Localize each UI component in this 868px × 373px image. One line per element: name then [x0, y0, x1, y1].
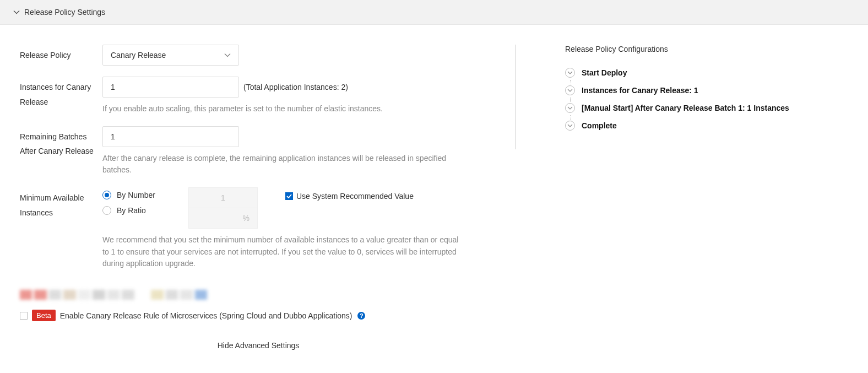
remaining-batches-label: Remaining Batches After Canary Release — [20, 126, 102, 159]
config-panel-title: Release Policy Configurations — [565, 45, 848, 53]
step-icon — [565, 103, 575, 113]
remaining-batches-help: After the canary release is complete, th… — [102, 153, 466, 176]
config-step: Start Deploy — [565, 68, 848, 85]
chevron-down-icon — [224, 52, 231, 58]
hide-advanced-label: Hide Advanced Settings — [218, 341, 300, 350]
step-icon — [565, 85, 575, 95]
config-step: Complete — [565, 121, 848, 131]
use-recommended-checkbox[interactable] — [285, 192, 293, 200]
min-available-label: Minimum Available Instances — [20, 187, 102, 220]
vertical-divider — [516, 45, 516, 149]
step-label: [Manual Start] After Canary Release Batc… — [582, 104, 789, 112]
step-label: Start Deploy — [582, 68, 627, 77]
by-ratio-label: By Ratio — [117, 206, 146, 215]
instances-canary-help: If you enable auto scaling, this paramet… — [102, 103, 466, 115]
enable-canary-rule-label: Enable Canary Release Rule of Microservi… — [60, 311, 352, 320]
help-icon[interactable]: ? — [357, 312, 365, 320]
use-recommended-label: Use System Recommended Value — [296, 192, 414, 201]
release-policy-value: Canary Release — [111, 51, 166, 60]
redacted-row — [20, 290, 207, 300]
instances-canary-label: Instances for Canary Release — [20, 77, 102, 109]
hide-advanced-toggle[interactable]: Hide Advanced Settings — [20, 341, 493, 350]
by-number-label: By Number — [117, 191, 155, 199]
by-number-radio[interactable] — [102, 191, 111, 199]
remaining-batches-input[interactable] — [102, 126, 239, 147]
step-label: Complete — [582, 121, 617, 130]
chevron-down-icon — [13, 9, 20, 15]
step-icon — [565, 121, 575, 131]
section-header[interactable]: Release Policy Settings — [0, 0, 868, 25]
config-step: [Manual Start] After Canary Release Batc… — [565, 103, 848, 121]
min-available-help: We recommend that you set the minimum nu… — [102, 234, 466, 270]
section-title: Release Policy Settings — [24, 8, 105, 17]
step-icon — [565, 68, 575, 78]
enable-canary-rule-checkbox[interactable] — [20, 312, 28, 320]
beta-badge: Beta — [32, 310, 56, 321]
config-step: Instances for Canary Release: 1 — [565, 85, 848, 103]
by-ratio-radio[interactable] — [102, 206, 111, 215]
instances-canary-input[interactable] — [102, 77, 239, 98]
min-available-number-input: 1 — [188, 187, 258, 208]
release-policy-select[interactable]: Canary Release — [102, 45, 239, 66]
step-label: Instances for Canary Release: 1 — [582, 86, 698, 95]
instances-total-note: (Total Application Instances: 2) — [243, 83, 348, 91]
release-policy-label: Release Policy — [20, 45, 102, 63]
min-available-ratio-input: % — [188, 208, 258, 229]
